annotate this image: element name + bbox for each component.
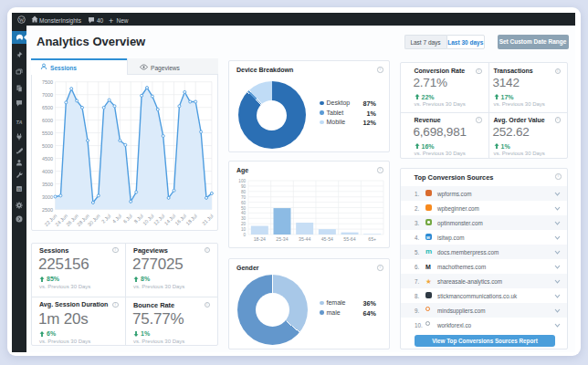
- svg-text:10 Jul: 10 Jul: [142, 213, 154, 225]
- svg-text:25-34: 25-34: [276, 236, 288, 242]
- svg-text:65+: 65+: [368, 236, 376, 242]
- svg-text:35-44: 35-44: [299, 236, 310, 242]
- svg-text:50: 50: [241, 206, 247, 211]
- svg-text:3000: 3000: [42, 194, 53, 200]
- svg-text:2500: 2500: [42, 207, 53, 213]
- svg-text:40: 40: [241, 211, 247, 215]
- svg-text:4 Jul: 4 Jul: [111, 213, 122, 224]
- svg-text:55-64: 55-64: [343, 236, 355, 242]
- svg-text:70: 70: [241, 195, 247, 200]
- svg-text:6000: 6000: [42, 118, 53, 123]
- svg-text:100: 100: [238, 179, 246, 183]
- svg-text:30: 30: [241, 216, 247, 221]
- svg-text:0: 0: [243, 233, 246, 237]
- svg-text:30 Jun: 30 Jun: [87, 213, 101, 227]
- svg-text:6500: 6500: [42, 105, 53, 110]
- svg-text:W: W: [18, 17, 24, 23]
- svg-text:16 Jul: 16 Jul: [174, 213, 187, 225]
- svg-text:18-24: 18-24: [254, 236, 266, 242]
- svg-text:7000: 7000: [42, 92, 53, 98]
- svg-text:21 Jul: 21 Jul: [201, 213, 214, 225]
- svg-text:3500: 3500: [42, 182, 53, 187]
- svg-text:5000: 5000: [42, 143, 53, 149]
- svg-text:10: 10: [241, 227, 247, 232]
- svg-text:4000: 4000: [42, 169, 53, 174]
- svg-text:12 Jul: 12 Jul: [152, 213, 165, 225]
- svg-text:18 Jul: 18 Jul: [184, 213, 197, 225]
- svg-text:45-54: 45-54: [321, 236, 333, 242]
- svg-text:80: 80: [241, 190, 247, 194]
- svg-text:14 Jul: 14 Jul: [163, 213, 176, 225]
- svg-text:90: 90: [241, 184, 247, 189]
- svg-text:5500: 5500: [42, 130, 53, 136]
- svg-text:60: 60: [241, 201, 247, 205]
- svg-text:6 Jul: 6 Jul: [122, 213, 133, 224]
- svg-text:TA: TA: [16, 120, 23, 125]
- svg-text:15: 15: [17, 187, 22, 192]
- svg-text:7500: 7500: [42, 79, 53, 85]
- svg-text:2 Jul: 2 Jul: [100, 213, 111, 224]
- svg-text:20: 20: [241, 222, 247, 226]
- svg-text:4500: 4500: [42, 156, 53, 162]
